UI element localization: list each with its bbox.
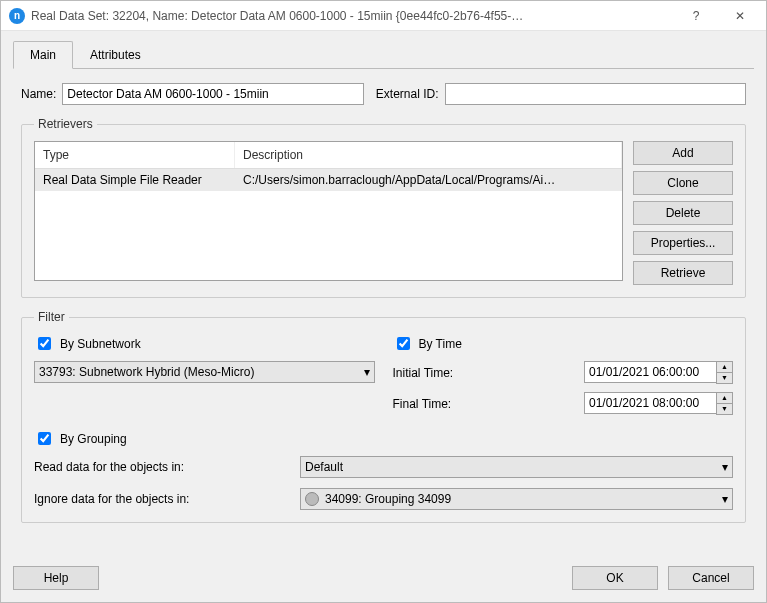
filter-group: Filter By Subnetwork 33793: Subnetwork H… bbox=[21, 310, 746, 523]
by-grouping-checkbox[interactable] bbox=[38, 432, 51, 445]
dialog-footer: Help OK Cancel bbox=[1, 558, 766, 602]
tab-strip: Main Attributes bbox=[13, 41, 754, 69]
dialog-window: n Real Data Set: 32204, Name: Detector D… bbox=[0, 0, 767, 603]
ok-button[interactable]: OK bbox=[572, 566, 658, 590]
filter-legend: Filter bbox=[34, 310, 69, 324]
clone-button[interactable]: Clone bbox=[633, 171, 733, 195]
by-time-section: By Time Initial Time: ▲▼ F bbox=[393, 334, 734, 415]
col-header-type[interactable]: Type bbox=[35, 142, 235, 168]
col-header-description[interactable]: Description bbox=[235, 142, 622, 168]
retrievers-table-header: Type Description bbox=[35, 142, 622, 169]
by-subnetwork-section: By Subnetwork 33793: Subnetwork Hybrid (… bbox=[34, 334, 375, 415]
cell-type: Real Data Simple File Reader bbox=[35, 169, 235, 191]
help-button[interactable]: Help bbox=[13, 566, 99, 590]
by-subnetwork-label: By Subnetwork bbox=[60, 337, 141, 351]
by-time-checkbox-row[interactable]: By Time bbox=[393, 334, 734, 353]
ignore-objects-select[interactable]: 34099: Grouping 34099 ▾ bbox=[300, 488, 733, 510]
dialog-body: Main Attributes Name: External ID: Retri… bbox=[1, 31, 766, 558]
chevron-down-icon: ▾ bbox=[722, 492, 728, 506]
by-time-checkbox[interactable] bbox=[397, 337, 410, 350]
chevron-down-icon: ▾ bbox=[722, 460, 728, 474]
initial-time-spinner[interactable]: ▲▼ bbox=[716, 361, 733, 384]
chevron-down-icon: ▾ bbox=[364, 365, 370, 379]
add-button[interactable]: Add bbox=[633, 141, 733, 165]
by-subnetwork-checkbox-row[interactable]: By Subnetwork bbox=[34, 334, 375, 353]
tab-main-body: Name: External ID: Retrievers Type Descr… bbox=[13, 69, 754, 546]
subnetwork-select[interactable]: 33793: Subnetwork Hybrid (Meso-Micro) ▾ bbox=[34, 361, 375, 383]
final-time-field[interactable]: ▲▼ bbox=[584, 392, 733, 415]
retrievers-table[interactable]: Type Description Real Data Simple File R… bbox=[34, 141, 623, 281]
initial-time-input[interactable] bbox=[584, 361, 716, 383]
cancel-button[interactable]: Cancel bbox=[668, 566, 754, 590]
spin-down-icon[interactable]: ▼ bbox=[717, 404, 732, 415]
title-bar: n Real Data Set: 32204, Name: Detector D… bbox=[1, 1, 766, 31]
tab-main[interactable]: Main bbox=[13, 41, 73, 69]
properties-button[interactable]: Properties... bbox=[633, 231, 733, 255]
retrieve-button[interactable]: Retrieve bbox=[633, 261, 733, 285]
app-icon: n bbox=[9, 8, 25, 24]
grouping-icon bbox=[305, 492, 319, 506]
by-grouping-checkbox-row[interactable]: By Grouping bbox=[34, 429, 733, 448]
name-label: Name: bbox=[21, 87, 56, 101]
read-objects-value: Default bbox=[305, 460, 343, 474]
external-id-input[interactable] bbox=[445, 83, 746, 105]
final-time-spinner[interactable]: ▲▼ bbox=[716, 392, 733, 415]
by-time-label: By Time bbox=[419, 337, 462, 351]
retrievers-legend: Retrievers bbox=[34, 117, 97, 131]
retrievers-buttons: Add Clone Delete Properties... Retrieve bbox=[633, 141, 733, 285]
delete-button[interactable]: Delete bbox=[633, 201, 733, 225]
ignore-objects-label: Ignore data for the objects in: bbox=[34, 492, 294, 506]
retrievers-group: Retrievers Type Description Real Data Si… bbox=[21, 117, 746, 298]
by-grouping-label: By Grouping bbox=[60, 432, 127, 446]
name-row: Name: External ID: bbox=[21, 83, 746, 105]
subnetwork-select-value: 33793: Subnetwork Hybrid (Meso-Micro) bbox=[39, 365, 254, 379]
close-button[interactable]: ✕ bbox=[718, 1, 762, 31]
spin-up-icon[interactable]: ▲ bbox=[717, 393, 732, 404]
external-id-label: External ID: bbox=[376, 87, 439, 101]
final-time-input[interactable] bbox=[584, 392, 716, 414]
tab-attributes[interactable]: Attributes bbox=[73, 41, 158, 68]
cell-description: C:/Users/simon.barraclough/AppData/Local… bbox=[235, 169, 622, 191]
name-input[interactable] bbox=[62, 83, 363, 105]
initial-time-label: Initial Time: bbox=[393, 366, 454, 380]
read-objects-select[interactable]: Default ▾ bbox=[300, 456, 733, 478]
initial-time-field[interactable]: ▲▼ bbox=[584, 361, 733, 384]
ignore-objects-value: 34099: Grouping 34099 bbox=[305, 492, 451, 507]
table-row[interactable]: Real Data Simple File Reader C:/Users/si… bbox=[35, 169, 622, 191]
by-subnetwork-checkbox[interactable] bbox=[38, 337, 51, 350]
window-title: Real Data Set: 32204, Name: Detector Dat… bbox=[31, 9, 674, 23]
final-time-label: Final Time: bbox=[393, 397, 452, 411]
help-button[interactable]: ? bbox=[674, 1, 718, 31]
spin-down-icon[interactable]: ▼ bbox=[717, 373, 732, 384]
by-grouping-section: By Grouping Read data for the objects in… bbox=[34, 429, 733, 510]
read-objects-label: Read data for the objects in: bbox=[34, 460, 294, 474]
spin-up-icon[interactable]: ▲ bbox=[717, 362, 732, 373]
